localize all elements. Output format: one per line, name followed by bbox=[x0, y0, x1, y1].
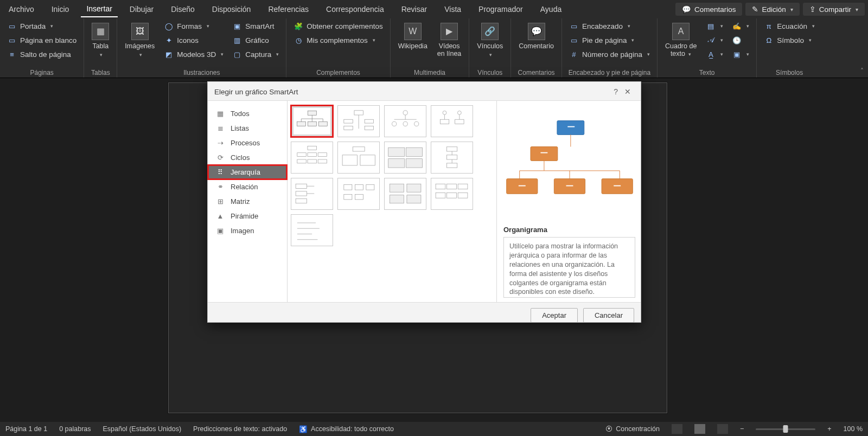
online-videos-button[interactable]: ▶ Vídeosen línea bbox=[435, 21, 463, 60]
svg-point-15 bbox=[403, 111, 407, 115]
wordart-button[interactable]: 𝒜▾ bbox=[704, 35, 725, 46]
category-listas[interactable]: ≣Listas bbox=[208, 121, 287, 136]
category-piramide[interactable]: ▲Pirámide bbox=[208, 209, 287, 223]
status-predictions[interactable]: Predicciones de texto: activado bbox=[193, 425, 287, 433]
smartart-button[interactable]: ▣SmartArt bbox=[231, 21, 280, 31]
layout-thumb[interactable] bbox=[431, 142, 473, 174]
icons-button[interactable]: ✦Iconos bbox=[162, 35, 225, 46]
signature-button[interactable]: ✍▾ bbox=[730, 21, 751, 31]
category-relacion[interactable]: ⚭Relación bbox=[208, 179, 287, 194]
svg-rect-12 bbox=[365, 119, 373, 123]
category-jerarquia[interactable]: ⠿Jerarquía bbox=[208, 165, 287, 179]
my-addins-button[interactable]: ◷Mis complementos▾ bbox=[292, 35, 384, 46]
footer-button[interactable]: ▭Pie de página▾ bbox=[567, 35, 652, 46]
tab-referencias[interactable]: Referencias bbox=[263, 2, 314, 17]
pagenum-label: Número de página bbox=[582, 50, 642, 59]
zoom-out-button[interactable]: − bbox=[740, 425, 744, 433]
tab-inicio[interactable]: Inicio bbox=[46, 2, 75, 17]
layout-thumb[interactable] bbox=[337, 105, 380, 137]
images-button[interactable]: 🖼 Imágenes ▾ bbox=[123, 21, 157, 60]
tab-correspondencia[interactable]: Correspondencia bbox=[321, 2, 390, 17]
status-page[interactable]: Página 1 de 1 bbox=[5, 425, 47, 433]
status-words[interactable]: 0 palabras bbox=[59, 425, 91, 433]
shapes-button[interactable]: ◯Formas▾ bbox=[162, 21, 225, 31]
equation-button[interactable]: πEcuación▾ bbox=[762, 21, 816, 31]
tab-insertar[interactable]: Insertar bbox=[81, 1, 117, 17]
dialog-cancel-button[interactable]: Cancelar bbox=[583, 308, 634, 323]
layout-thumb[interactable] bbox=[384, 178, 426, 210]
group-vinculos: 🔗 Vínculos ▾ Vínculos bbox=[469, 18, 511, 78]
tab-disposicion[interactable]: Disposición bbox=[207, 2, 257, 17]
category-procesos[interactable]: ⇢Procesos bbox=[208, 136, 287, 150]
dialog-close-button[interactable]: ✕ bbox=[621, 86, 634, 97]
comments-button[interactable]: 💬 Comentarios bbox=[675, 3, 743, 16]
share-button[interactable]: ⇪ Compartir ▾ bbox=[803, 3, 865, 16]
layout-thumb[interactable] bbox=[337, 178, 380, 210]
zoom-thumb[interactable] bbox=[783, 425, 788, 433]
dialog-help-button[interactable]: ? bbox=[610, 86, 621, 97]
chart-button[interactable]: ▥Gráfico bbox=[231, 35, 280, 46]
wikipedia-button[interactable]: W Wikipedia bbox=[396, 21, 430, 52]
tab-vista[interactable]: Vista bbox=[439, 2, 467, 17]
dialog-ok-button[interactable]: Aceptar bbox=[531, 308, 578, 323]
chevron-down-icon: ▾ bbox=[720, 52, 723, 57]
object-button[interactable]: ▣▾ bbox=[730, 49, 751, 60]
tab-diseno[interactable]: Diseño bbox=[165, 2, 200, 17]
links-button[interactable]: 🔗 Vínculos ▾ bbox=[475, 21, 505, 60]
view-read-button[interactable] bbox=[672, 424, 682, 434]
tab-ayuda[interactable]: Ayuda bbox=[535, 2, 567, 17]
quick-parts-button[interactable]: ▤▾ bbox=[704, 21, 725, 31]
tab-programador[interactable]: Programador bbox=[473, 2, 528, 17]
svg-point-19 bbox=[403, 121, 407, 126]
tab-archivo[interactable]: Archivo bbox=[3, 2, 40, 17]
pagenumber-button[interactable]: #Número de página▾ bbox=[567, 49, 652, 60]
zoom-slider[interactable] bbox=[756, 428, 815, 430]
tab-dibujar[interactable]: Dibujar bbox=[124, 2, 159, 17]
svg-rect-36 bbox=[360, 155, 375, 165]
models3d-button[interactable]: ◩Modelos 3D▾ bbox=[162, 49, 225, 60]
layout-thumb-organigrama[interactable] bbox=[291, 105, 333, 137]
group-label-ilustraciones: Ilustraciones bbox=[123, 68, 280, 76]
category-imagen[interactable]: ▣Imagen bbox=[208, 223, 287, 238]
symbol-button[interactable]: ΩSímbolo▾ bbox=[762, 35, 816, 46]
page-break-button[interactable]: ≡Salto de página bbox=[5, 49, 78, 60]
blank-page-label: Página en blanco bbox=[20, 36, 76, 44]
zoom-value[interactable]: 100 % bbox=[844, 425, 863, 433]
comment-insert-button[interactable]: 💬 Comentario bbox=[516, 21, 556, 52]
layout-thumb[interactable] bbox=[291, 142, 333, 174]
editing-mode-button[interactable]: ✎ Edición ▾ bbox=[745, 3, 799, 16]
cover-page-button[interactable]: ▭Portada▾ bbox=[5, 21, 78, 31]
svg-rect-47 bbox=[296, 191, 307, 196]
layout-thumb[interactable] bbox=[431, 105, 473, 137]
layout-thumb[interactable] bbox=[337, 142, 380, 174]
layout-thumb[interactable] bbox=[291, 178, 333, 210]
collapse-ribbon-button[interactable]: ˄ bbox=[860, 67, 864, 75]
svg-rect-0 bbox=[308, 111, 316, 115]
pencil-icon: ✎ bbox=[752, 5, 758, 14]
view-print-button[interactable] bbox=[694, 424, 705, 434]
layout-thumb[interactable] bbox=[431, 178, 473, 210]
category-matriz[interactable]: ⊞Matriz bbox=[208, 194, 287, 209]
tab-revisar[interactable]: Revisar bbox=[396, 2, 432, 17]
header-button[interactable]: ▭Encabezado▾ bbox=[567, 21, 652, 31]
status-accessibility[interactable]: ♿Accesibilidad: todo correcto bbox=[299, 425, 394, 433]
svg-rect-11 bbox=[344, 119, 353, 123]
blank-page-button[interactable]: ▭Página en blanco bbox=[5, 35, 78, 46]
focus-mode-button[interactable]: ⦿Concentración bbox=[605, 425, 660, 433]
svg-rect-64 bbox=[446, 193, 456, 198]
screenshot-button[interactable]: ▢Captura▾ bbox=[231, 49, 280, 60]
status-language[interactable]: Español (Estados Unidos) bbox=[103, 425, 182, 433]
view-web-button[interactable] bbox=[717, 424, 728, 434]
datetime-button[interactable]: 🕒 bbox=[730, 35, 751, 46]
get-addins-button[interactable]: 🧩Obtener complementos bbox=[292, 21, 384, 31]
layout-thumb[interactable] bbox=[291, 214, 333, 246]
table-button[interactable]: ▦ Tabla ▾ bbox=[90, 21, 111, 60]
svg-rect-14 bbox=[365, 126, 373, 130]
zoom-in-button[interactable]: + bbox=[827, 425, 831, 433]
category-ciclos[interactable]: ⟳Ciclos bbox=[208, 150, 287, 165]
dropcap-button[interactable]: A̲▾ bbox=[704, 49, 725, 60]
textbox-button[interactable]: A Cuadro detexto ▾ bbox=[663, 21, 699, 60]
layout-thumb[interactable] bbox=[384, 105, 426, 137]
category-todos[interactable]: ▦Todos bbox=[208, 106, 287, 121]
layout-thumb[interactable] bbox=[384, 142, 426, 174]
